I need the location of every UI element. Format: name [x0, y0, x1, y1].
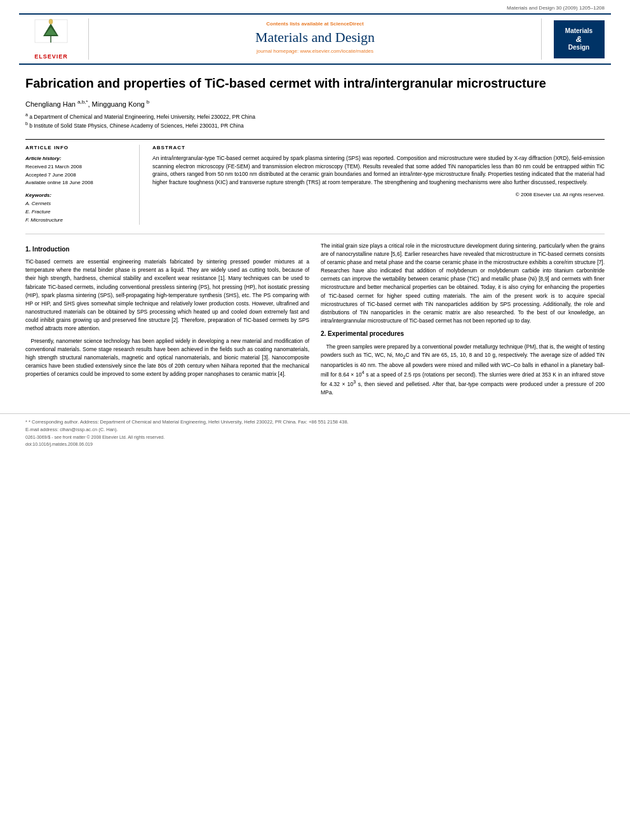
copyright-line: © 2008 Elsevier Ltd. All rights reserved… — [152, 192, 605, 197]
logo-line1: Materials — [565, 27, 593, 34]
keywords-list: A. Cermets E. Fracture F. Microstructure — [25, 200, 131, 224]
logo-line3: Design — [568, 44, 589, 51]
journal-logo-right-area: Materials & Design — [541, 18, 611, 60]
keywords-label: Keywords: — [25, 192, 131, 198]
journal-header-center: Contents lists available at ScienceDirec… — [89, 18, 541, 60]
corresponding-text: * Corresponding author. Address: Departm… — [29, 419, 349, 425]
article-info-title: ARTICLE INFO — [25, 145, 131, 150]
issn-line: 0261-3069/$ - see front matter © 2008 El… — [25, 435, 605, 439]
body-para-3: The initial grain size plays a critical … — [321, 242, 605, 326]
keyword-1: A. Cermets — [25, 200, 131, 208]
elsevier-logo: ELSEVIER — [34, 18, 69, 60]
elsevier-tree-icon — [34, 18, 69, 50]
journal-homepage: journal homepage: www.elsevier.com/locat… — [95, 48, 535, 54]
info-abstract-section: ARTICLE INFO Article history: Received 2… — [25, 139, 605, 225]
abstract-section: ABSTRACT An intra/intergranular-type TiC… — [152, 145, 605, 225]
body-left-column: 1. Introduction TiC-based cermets are es… — [25, 242, 309, 401]
author-names: Chengliang Han a,b,*, Mingguang Kong b — [25, 100, 149, 108]
journal-title-display: Materials and Design — [95, 29, 535, 46]
keyword-3: F. Microstructure — [25, 217, 131, 225]
body-columns: 1. Introduction TiC-based cermets are es… — [25, 242, 605, 401]
body-para-2: Presently, nanometer science technology … — [25, 337, 309, 379]
journal-logo-box: Materials & Design — [554, 20, 605, 58]
page-wrapper: Materials and Design 30 (2009) 1205–1208… — [0, 0, 630, 840]
article-title: Fabrication and properties of TiC-based … — [25, 75, 605, 91]
corresponding-note: * * Corresponding author. Address: Depar… — [25, 419, 605, 425]
history-label: Article history: — [25, 156, 131, 161]
body-para-4: The green samples were prepared by a con… — [321, 343, 605, 397]
journal-meta: Materials and Design 30 (2009) 1205–1208 — [0, 0, 630, 13]
svg-point-4 — [49, 19, 53, 24]
homepage-text: journal homepage: www.elsevier.com/locat… — [257, 48, 373, 54]
authors-line: Chengliang Han a,b,*, Mingguang Kong b — [25, 99, 605, 108]
sciencedirect-prefix: Contents lists available at — [266, 21, 328, 27]
section-divider — [25, 234, 605, 234]
affiliations: a a Department of Chemical and Material … — [25, 112, 605, 130]
keyword-2: E. Fracture — [25, 208, 131, 217]
email-note: E-mail address: clhan@issp.ac.cn (C. Han… — [25, 427, 605, 432]
section2-heading: 2. Experimental procedures — [321, 329, 605, 339]
received-date: Received 21 March 2008 — [25, 163, 131, 171]
affiliation-b: b b Institute of Solid State Physics, Ch… — [25, 121, 605, 130]
article-content: Fabrication and properties of TiC-based … — [0, 65, 630, 413]
abstract-title: ABSTRACT — [152, 145, 605, 150]
journal-header: ELSEVIER Contents lists available at Sci… — [19, 13, 611, 65]
logo-line2: & — [576, 34, 582, 44]
elsevier-logo-area: ELSEVIER — [19, 18, 89, 60]
section1-heading: 1. Introduction — [25, 244, 309, 255]
abstract-text: An intra/intergranular-type TiC-based ce… — [152, 154, 605, 187]
article-info-box: ARTICLE INFO Article history: Received 2… — [25, 145, 140, 225]
elsevier-brand-text: ELSEVIER — [34, 53, 69, 60]
sciencedirect-link: Contents lists available at ScienceDirec… — [95, 21, 535, 27]
body-para-1: TiC-based cermets are essential engineer… — [25, 258, 309, 333]
body-right-column: The initial grain size plays a critical … — [321, 242, 605, 401]
accepted-date: Accepted 7 June 2008 — [25, 171, 131, 180]
affiliation-a: a a Department of Chemical and Material … — [25, 112, 605, 121]
journal-ref: Materials and Design 30 (2009) 1205–1208 — [507, 5, 605, 11]
doi-line: doi:10.1016/j.matdes.2008.06.019 — [25, 442, 605, 446]
available-date: Available online 18 June 2008 — [25, 179, 131, 187]
footer-area: * * Corresponding author. Address: Depar… — [0, 413, 630, 449]
sciencedirect-brand: ScienceDirect — [330, 21, 364, 27]
